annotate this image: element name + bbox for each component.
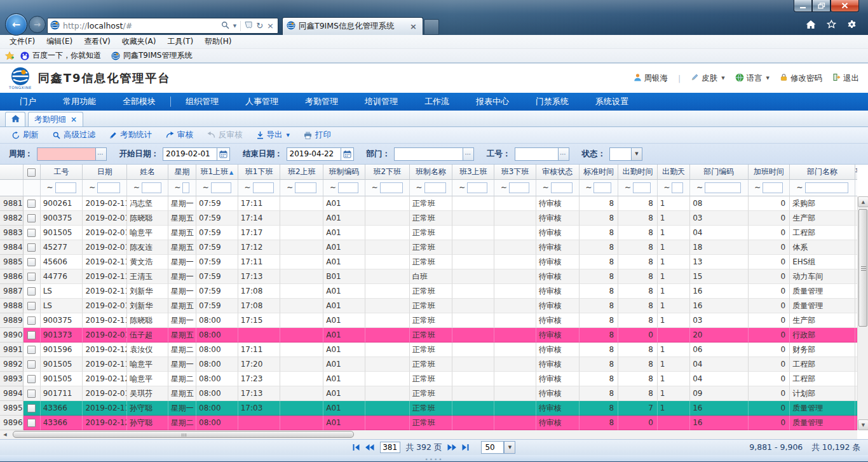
filter-operator[interactable]: ~: [89, 183, 95, 192]
table-row[interactable]: 98819002612019-02-11冯志坚星期一07:5917:11A01正…: [0, 196, 857, 211]
filter-operator[interactable]: ~: [459, 183, 465, 192]
status-select[interactable]: [609, 147, 631, 161]
toolbar-export-button[interactable]: 导出▼: [250, 127, 297, 143]
refresh-page-icon[interactable]: ↻: [256, 22, 263, 30]
start-date-calendar-icon[interactable]: [217, 147, 230, 161]
scroll-left-icon[interactable]: ◀: [0, 430, 10, 439]
toolbar-stats-button[interactable]: 考勤统计: [102, 127, 159, 143]
nav-item[interactable]: 报表中心: [463, 93, 522, 111]
column-filter-input[interactable]: [633, 182, 651, 193]
row-checkbox[interactable]: [24, 416, 41, 430]
horizontal-scroll-thumb[interactable]: [13, 431, 354, 438]
skin-menu[interactable]: 皮肤▼: [691, 73, 724, 84]
favorites-star-icon[interactable]: [827, 20, 836, 29]
column-filter-input[interactable]: [705, 182, 741, 193]
nav-item[interactable]: 考勤管理: [292, 93, 351, 111]
row-checkbox[interactable]: [24, 269, 41, 284]
browser-tab[interactable]: 同鑫T9IMS信息化管理系统 ×: [282, 17, 423, 35]
column-header[interactable]: 班2上班: [280, 165, 323, 180]
tab-close-icon[interactable]: ×: [408, 22, 419, 31]
home-icon[interactable]: [806, 20, 816, 29]
filter-operator[interactable]: ~: [663, 183, 670, 192]
table-row[interactable]: 9895433662019-02-11孙守聪星期一08:0017:03A01正常…: [0, 401, 857, 416]
filter-operator[interactable]: ~: [585, 183, 592, 192]
filter-operator[interactable]: ~: [245, 183, 251, 192]
vertical-scrollbar[interactable]: ▲ ▼: [857, 196, 868, 430]
nav-item[interactable]: 系统设置: [582, 93, 642, 111]
filter-operator[interactable]: ~: [174, 183, 180, 192]
table-row[interactable]: 9888LS2019-02-01刘新华星期五07:5917:08A01正常班待审…: [0, 299, 857, 313]
nav-item[interactable]: 门禁系统: [522, 93, 582, 111]
last-page-button[interactable]: [462, 444, 469, 451]
language-menu[interactable]: 语言▼: [735, 73, 770, 84]
filter-operator[interactable]: ~: [133, 183, 140, 192]
filter-operator[interactable]: ~: [287, 183, 293, 192]
filter-operator[interactable]: ~: [330, 183, 336, 192]
toolbar-print-button[interactable]: 打印: [297, 127, 338, 143]
table-row[interactable]: 98919015962019-02-12袁汝仪星期二08:0017:11A01正…: [0, 343, 857, 357]
column-filter-input[interactable]: [142, 182, 161, 193]
menu-item[interactable]: 查看(V): [78, 36, 116, 47]
table-row[interactable]: 9886447762019-02-11王清玉星期一07:5917:13B01白班…: [0, 269, 857, 284]
column-filter-input[interactable]: [182, 182, 189, 193]
current-user[interactable]: 周银海: [634, 73, 668, 84]
column-filter-input[interactable]: [593, 182, 611, 193]
column-filter-input[interactable]: [424, 182, 446, 193]
column-header[interactable]: 部门编码: [690, 165, 748, 180]
resize-grip[interactable]: ••••: [424, 456, 443, 462]
row-checkbox[interactable]: [24, 401, 41, 416]
dept-input[interactable]: [394, 147, 463, 161]
nav-item[interactable]: 人事管理: [232, 93, 292, 111]
favorite-item[interactable]: 同鑫T9IMS管理系统: [111, 50, 192, 61]
column-header[interactable]: 星期: [168, 165, 196, 180]
tab-close-icon[interactable]: ×: [71, 115, 77, 124]
column-filter-input[interactable]: [97, 182, 120, 193]
scroll-up-icon[interactable]: ▲: [858, 196, 868, 207]
nav-item[interactable]: 全部模块: [109, 93, 169, 111]
tab-attendance-detail[interactable]: 考勤明细 ×: [28, 112, 83, 126]
menu-item[interactable]: 编辑(E): [41, 36, 78, 47]
row-checkbox[interactable]: [24, 211, 41, 226]
filter-operator[interactable]: ~: [416, 183, 423, 192]
column-filter-input[interactable]: [672, 182, 683, 193]
column-header[interactable]: 出勤时间: [618, 165, 658, 180]
home-tab[interactable]: [5, 112, 25, 126]
column-filter-input[interactable]: [295, 182, 316, 193]
table-row[interactable]: 98939015052019-02-12喻意平星期二08:0017:23A01正…: [0, 372, 857, 386]
nav-item[interactable]: 组织管理: [172, 93, 232, 111]
period-input[interactable]: [37, 147, 95, 161]
row-checkbox[interactable]: [24, 255, 41, 269]
nav-item[interactable]: 工作流: [411, 93, 463, 111]
status-dropdown-button[interactable]: ▼: [631, 147, 642, 161]
menu-item[interactable]: 收藏夹(A): [116, 36, 162, 47]
table-row[interactable]: 98909013732019-02-01伍子超星期五08:00A01正常班待审核…: [0, 328, 857, 343]
column-header[interactable]: 审核状态: [536, 165, 580, 180]
emp-no-input[interactable]: [515, 147, 558, 161]
column-header[interactable]: 班1下班: [238, 165, 281, 180]
column-header[interactable]: 班1上班▲: [196, 165, 238, 180]
change-password-link[interactable]: 修改密码: [780, 73, 822, 84]
end-date-calendar-icon[interactable]: [341, 147, 354, 161]
column-header[interactable]: 出勤天: [658, 165, 690, 180]
start-date-input[interactable]: [163, 147, 217, 161]
filter-operator[interactable]: ~: [203, 183, 209, 192]
back-button[interactable]: ←: [5, 13, 27, 36]
toolbar-audit-button[interactable]: 审核: [159, 127, 200, 143]
column-filter-input[interactable]: [763, 182, 783, 193]
column-header[interactable]: 日期: [83, 165, 127, 180]
maximize-button[interactable]: [812, 0, 831, 12]
column-header[interactable]: 标准时间: [580, 165, 619, 180]
table-row[interactable]: 98949017112019-02-01吴琪芬星期五08:0017:13A01正…: [0, 386, 857, 401]
stop-icon[interactable]: ×: [267, 22, 274, 30]
table-row[interactable]: 98829003752019-02-01陈晓聪星期五07:5917:14A01正…: [0, 211, 857, 226]
filter-operator[interactable]: ~: [696, 183, 703, 192]
row-checkbox[interactable]: [24, 328, 41, 343]
add-favorite-star-icon[interactable]: [5, 51, 14, 60]
forward-button[interactable]: →: [29, 16, 46, 33]
vertical-scroll-thumb[interactable]: [858, 209, 867, 327]
table-row[interactable]: 9884452772019-02-01陈友连星期五07:5917:12A01正常…: [0, 240, 857, 255]
row-checkbox[interactable]: [24, 343, 41, 357]
select-all-checkbox[interactable]: [24, 165, 41, 180]
column-header[interactable]: 姓名: [127, 165, 168, 180]
filter-operator[interactable]: ~: [46, 183, 53, 192]
